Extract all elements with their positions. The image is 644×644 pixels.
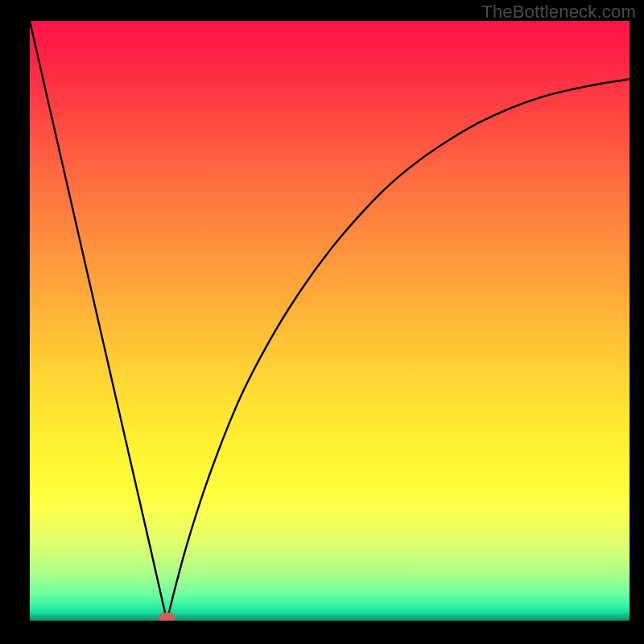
chart-frame: TheBottleneck.com (0, 0, 644, 644)
watermark-text: TheBottleneck.com (481, 2, 636, 23)
minimum-marker (159, 612, 175, 621)
curve-layer (30, 21, 630, 621)
bottleneck-curve (30, 21, 630, 621)
plot-area (30, 21, 630, 621)
